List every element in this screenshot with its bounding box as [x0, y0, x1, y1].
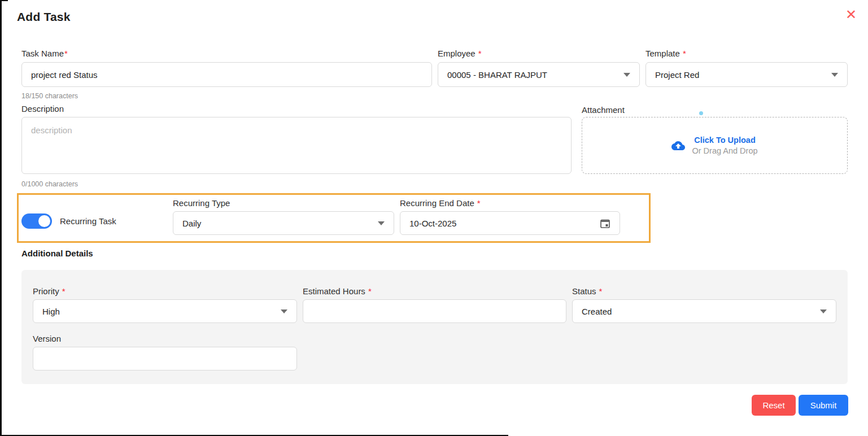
click-to-upload-text[interactable]: Click To Upload	[694, 136, 756, 145]
chevron-down-icon	[831, 73, 838, 77]
status-label: Status*	[572, 286, 602, 296]
recurring-end-date-input[interactable]: 10-Oct-2025	[400, 211, 620, 235]
task-name-counter: 18/150 characters	[21, 92, 78, 100]
attachment-label: Attachment	[582, 105, 625, 115]
reset-button[interactable]: Reset	[752, 395, 796, 416]
priority-label: Priority*	[33, 286, 66, 296]
required-asterisk: *	[599, 286, 603, 296]
recurring-task-label: Recurring Task	[60, 216, 116, 226]
employee-value: 00005 - BHARAT RAJPUT	[447, 70, 547, 80]
version-input[interactable]	[33, 347, 297, 370]
required-asterisk: *	[368, 286, 372, 296]
required-asterisk: *	[683, 49, 686, 58]
calendar-icon[interactable]	[600, 218, 610, 229]
estimated-hours-label: Estimated Hours*	[303, 286, 372, 296]
task-name-label: Task Name*	[21, 49, 68, 58]
priority-select[interactable]: High	[33, 299, 297, 323]
backdrop-edge-left	[0, 0, 2, 436]
page-title: Add Task	[17, 10, 71, 24]
status-value: Created	[582, 307, 612, 316]
required-asterisk: *	[478, 49, 482, 58]
drag-and-drop-text: Or Drag And Drop	[692, 146, 757, 155]
task-name-input[interactable]	[21, 62, 432, 87]
version-label: Version	[33, 334, 61, 343]
cursor-dot	[699, 111, 703, 115]
required-asterisk: *	[62, 286, 66, 296]
recurring-type-select[interactable]: Daily	[173, 211, 394, 235]
chevron-down-icon	[820, 309, 827, 313]
recurring-end-date-label: Recurring End Date*	[400, 198, 481, 208]
priority-value: High	[42, 307, 60, 316]
add-task-modal: Add Task ✕ Task Name* 18/150 characters …	[0, 0, 868, 436]
status-select[interactable]: Created	[572, 299, 836, 323]
employee-select[interactable]: 00005 - BHARAT RAJPUT	[438, 62, 640, 87]
attachment-dropzone[interactable]: Click To Upload Or Drag And Drop	[582, 117, 848, 174]
chevron-down-icon	[281, 309, 287, 313]
estimated-hours-input[interactable]	[303, 299, 566, 323]
description-label: Description	[21, 104, 64, 114]
template-value: Project Red	[655, 70, 699, 80]
description-textarea[interactable]	[21, 117, 572, 174]
description-counter: 0/1000 characters	[21, 180, 78, 188]
required-asterisk: *	[64, 49, 68, 58]
employee-label: Employee*	[438, 49, 482, 58]
toggle-knob	[38, 215, 50, 227]
submit-button[interactable]: Submit	[799, 395, 848, 416]
close-icon[interactable]: ✕	[845, 8, 857, 21]
additional-details-heading: Additional Details	[21, 248, 93, 258]
recurring-task-toggle[interactable]	[21, 213, 52, 229]
recurring-end-date-value: 10-Oct-2025	[409, 219, 456, 228]
required-asterisk: *	[477, 198, 481, 208]
recurring-type-value: Daily	[182, 219, 201, 228]
template-label: Template*	[645, 49, 686, 58]
recurring-type-label: Recurring Type	[173, 198, 230, 208]
cloud-upload-icon	[671, 139, 685, 152]
chevron-down-icon	[623, 73, 630, 77]
chevron-down-icon	[378, 221, 385, 225]
template-select[interactable]: Project Red	[645, 62, 848, 87]
backdrop-edge-top	[0, 0, 8, 1]
